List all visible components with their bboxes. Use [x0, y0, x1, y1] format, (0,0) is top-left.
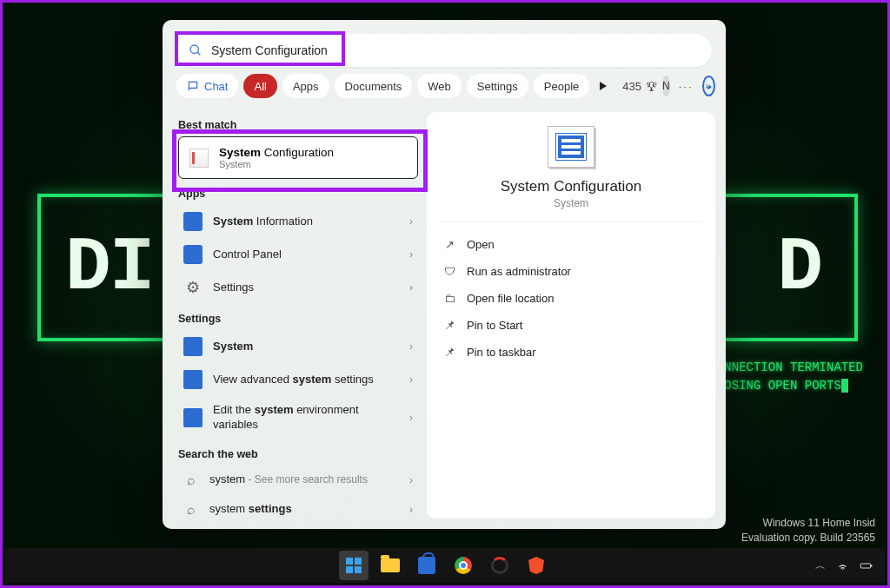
filter-row: Chat All Apps Documents Web Settings Peo… [163, 74, 726, 107]
bing-chat-button[interactable] [702, 76, 715, 96]
user-avatar[interactable]: N [662, 76, 670, 96]
search-flyout: Chat All Apps Documents Web Settings Peo… [163, 20, 726, 529]
system-configuration-icon-large [548, 126, 594, 168]
display-icon [183, 408, 203, 427]
chevron-right-icon: › [409, 248, 413, 261]
results-pane: Best match System Configuration System A… [163, 107, 427, 529]
taskbar-brave[interactable] [521, 551, 551, 580]
pin-icon: 📌︎ [442, 319, 456, 332]
system-information-icon [183, 212, 203, 231]
search-icon [189, 43, 203, 57]
section-web: Search the web [178, 448, 418, 460]
system-configuration-icon [189, 149, 209, 168]
app-control-panel[interactable]: Control Panel › [178, 238, 418, 271]
shield-icon: 🛡︎ [442, 265, 456, 278]
best-match-subtitle: System [219, 159, 334, 169]
windows-logo-icon [346, 558, 362, 573]
svg-point-0 [190, 45, 198, 53]
setting-env-vars[interactable]: Edit the system environment variables › [178, 396, 418, 439]
best-match-result[interactable]: System Configuration System [178, 136, 418, 179]
web-result-system-settings[interactable]: ⌕ system settings › [178, 495, 418, 525]
chevron-right-icon: › [409, 412, 413, 424]
action-open[interactable]: ↗Open [441, 231, 701, 258]
chevron-up-icon[interactable]: ︿ [815, 558, 826, 573]
open-icon: ↗ [442, 238, 456, 251]
spinner-icon [491, 557, 508, 574]
battery-icon[interactable] [860, 559, 873, 572]
best-match-title: System Configuration [219, 146, 334, 159]
taskbar-file-explorer[interactable] [375, 551, 405, 580]
filter-web[interactable]: Web [417, 74, 462, 98]
app-settings[interactable]: ⚙ Settings › [178, 271, 418, 304]
section-apps: Apps [178, 188, 418, 200]
chat-icon [187, 80, 199, 92]
gear-icon: ⚙ [183, 278, 203, 297]
display-icon [183, 370, 203, 389]
search-icon: ⌕ [183, 502, 199, 518]
preview-pane: System Configuration System ↗Open 🛡︎Run … [427, 112, 715, 519]
chevron-right-icon: › [409, 373, 413, 386]
section-settings: Settings [178, 313, 418, 325]
rewards-points[interactable]: 435 🏆︎ [622, 80, 657, 93]
filter-more-icon[interactable] [600, 82, 607, 90]
chevron-right-icon: › [409, 215, 413, 228]
wifi-icon[interactable] [836, 559, 849, 572]
control-panel-icon [183, 245, 203, 264]
taskbar-microsoft-store[interactable] [412, 551, 442, 580]
brave-icon [528, 557, 544, 574]
display-icon [183, 337, 203, 356]
svg-rect-3 [871, 565, 872, 567]
chevron-right-icon: › [409, 281, 413, 294]
chevron-right-icon: › [409, 504, 413, 516]
search-icon: ⌕ [183, 472, 199, 488]
filter-settings[interactable]: Settings [467, 74, 528, 98]
action-run-admin[interactable]: 🛡︎Run as administrator [441, 258, 701, 285]
filter-all[interactable]: All [243, 74, 276, 98]
taskbar-app[interactable] [485, 551, 515, 580]
search-bar[interactable] [176, 34, 712, 67]
search-input[interactable] [211, 43, 700, 57]
store-icon [418, 557, 435, 574]
system-tray[interactable]: ︿ [815, 548, 873, 583]
action-open-location[interactable]: 🗀Open file location [441, 285, 701, 312]
bing-icon [704, 82, 714, 91]
taskbar-chrome[interactable] [448, 551, 478, 580]
svg-rect-2 [860, 564, 870, 568]
start-button[interactable] [339, 551, 369, 580]
app-system-information[interactable]: System Information › [178, 205, 418, 238]
more-options[interactable]: ··· [675, 80, 697, 93]
folder-icon [381, 558, 400, 572]
preview-subtitle: System [554, 197, 588, 209]
chrome-icon [455, 557, 472, 574]
wallpaper-terminal-text: CONNECTION TERMINATED CLOSING OPEN PORTS [710, 359, 863, 395]
trophy-icon: 🏆︎ [646, 80, 657, 93]
pin-icon: 📌︎ [442, 346, 456, 359]
setting-advanced-system[interactable]: View advanced system settings › [178, 363, 418, 396]
filter-chat[interactable]: Chat [176, 74, 238, 98]
filter-people[interactable]: People [534, 74, 589, 98]
chevron-right-icon: › [409, 340, 413, 353]
windows-watermark: Windows 11 Home Insid Evaluation copy. B… [741, 516, 875, 545]
chevron-right-icon: › [409, 474, 413, 486]
taskbar: ︿ [5, 548, 885, 583]
preview-title: System Configuration [501, 178, 642, 195]
filter-apps[interactable]: Apps [282, 74, 329, 98]
section-best-match: Best match [178, 119, 418, 131]
filter-documents[interactable]: Documents [335, 74, 413, 98]
action-pin-taskbar[interactable]: 📌︎Pin to taskbar [441, 339, 701, 366]
web-result-system[interactable]: ⌕ system - See more search results › [178, 466, 418, 495]
svg-line-1 [197, 52, 200, 55]
setting-system[interactable]: System › [178, 330, 418, 363]
action-pin-start[interactable]: 📌︎Pin to Start [441, 312, 701, 339]
folder-icon: 🗀 [442, 292, 456, 305]
